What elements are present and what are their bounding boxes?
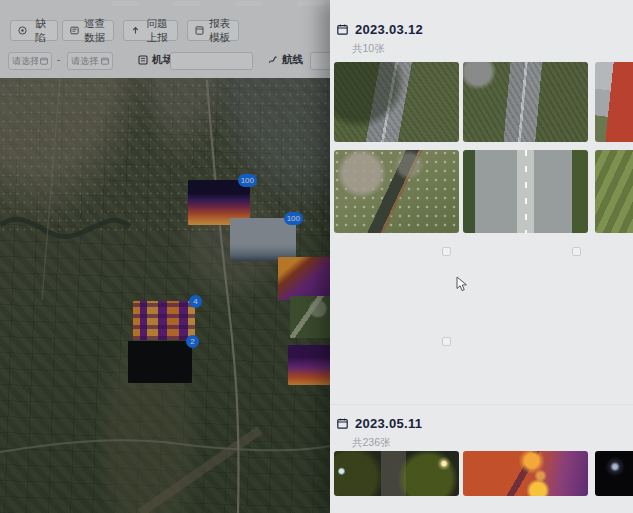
inspection-data-icon [70, 26, 79, 35]
upload-icon [131, 26, 140, 35]
airport-field-label: 机场 [138, 53, 173, 67]
report-template-button[interactable]: 报表模板 [187, 20, 239, 41]
marker-count-badge: 100 [284, 212, 303, 225]
date-start-placeholder: 请选择... [12, 55, 38, 68]
report-template-icon [195, 26, 204, 35]
section-photo-count: 共236张 [352, 436, 391, 450]
gallery-photo-highway-aerial-1[interactable] [334, 62, 459, 142]
calendar-icon [337, 418, 348, 429]
airport-icon [138, 55, 148, 65]
airport-input[interactable] [170, 52, 253, 70]
gallery-photo-thermal-vehicles[interactable] [463, 451, 588, 496]
gallery-photo-farmland-terraces[interactable] [595, 150, 633, 233]
section-photo-count: 共10张 [352, 42, 385, 56]
issue-report-button[interactable]: 问题上报 [123, 20, 178, 41]
section-header-2: 2023.05.11 [337, 416, 422, 431]
marker-count-badge: 4 [189, 295, 202, 308]
date-range-separator: - [57, 54, 60, 65]
toolbar-button-row: 缺陷 巡查数据 问题上报 报表模板 [0, 20, 330, 41]
photo-checkbox[interactable] [442, 337, 451, 346]
gallery-photo-highway-top-down[interactable] [463, 150, 588, 233]
route-icon [268, 55, 278, 65]
filter-row: 请选择... - 请选择... 机场 [0, 52, 330, 70]
route-input[interactable] [310, 52, 330, 70]
report-template-button-label: 报表模板 [208, 17, 231, 45]
mouse-cursor [456, 276, 468, 292]
photo-gallery-drawer: 2023.03.12 共10张 2023.05.11 共236张 [330, 0, 633, 513]
photo-checkbox[interactable] [442, 247, 451, 256]
defect-icon [18, 26, 27, 35]
section-divider [330, 404, 633, 405]
marker-count-badge: 100 [238, 174, 257, 187]
calendar-icon [40, 56, 48, 67]
header-menu-remnant [112, 1, 327, 6]
gallery-photo-highway-aerial-2[interactable] [463, 62, 588, 142]
defect-button[interactable]: 缺陷 [10, 20, 58, 41]
date-end-placeholder: 请选择... [71, 55, 99, 68]
defect-button-label: 缺陷 [31, 17, 50, 45]
section-date: 2023.05.11 [355, 416, 422, 431]
route-label-text: 航线 [282, 53, 303, 67]
map-marker-night-photo[interactable]: 2 [128, 341, 192, 383]
map-marker-green-field[interactable] [290, 296, 330, 338]
date-end-picker[interactable]: 请选择... [67, 52, 113, 70]
map-page-region: 100 100 4 2 缺陷 巡查 [0, 0, 330, 513]
calendar-icon [101, 56, 109, 67]
gallery-photo-night-dark[interactable] [595, 451, 633, 496]
top-toolbar: 缺陷 巡查数据 问题上报 报表模板 [0, 0, 330, 78]
issue-report-button-label: 问题上报 [144, 17, 170, 45]
photo-checkbox[interactable] [572, 247, 581, 256]
date-start-picker[interactable]: 请选择... [8, 52, 52, 70]
gallery-photo-night-road[interactable] [334, 451, 459, 496]
route-field-label: 航线 [268, 53, 303, 67]
inspection-data-button[interactable]: 巡查数据 [62, 20, 114, 41]
gallery-photo-highway-closeup-truck[interactable] [595, 62, 633, 142]
map-marker-thermal-blocks[interactable]: 4 [133, 301, 195, 340]
map-marker-thermal-partial[interactable] [278, 257, 330, 300]
marker-count-badge: 2 [186, 335, 199, 348]
gallery-photo-village-aerial[interactable] [334, 150, 459, 233]
map-marker-thermal-gradient[interactable] [288, 345, 330, 385]
section-header-1: 2023.03.12 [337, 22, 423, 37]
inspection-data-button-label: 巡查数据 [83, 17, 106, 45]
map-marker-hazy-sky[interactable]: 100 [230, 218, 296, 261]
section-date: 2023.03.12 [355, 22, 423, 37]
calendar-icon [337, 24, 348, 35]
